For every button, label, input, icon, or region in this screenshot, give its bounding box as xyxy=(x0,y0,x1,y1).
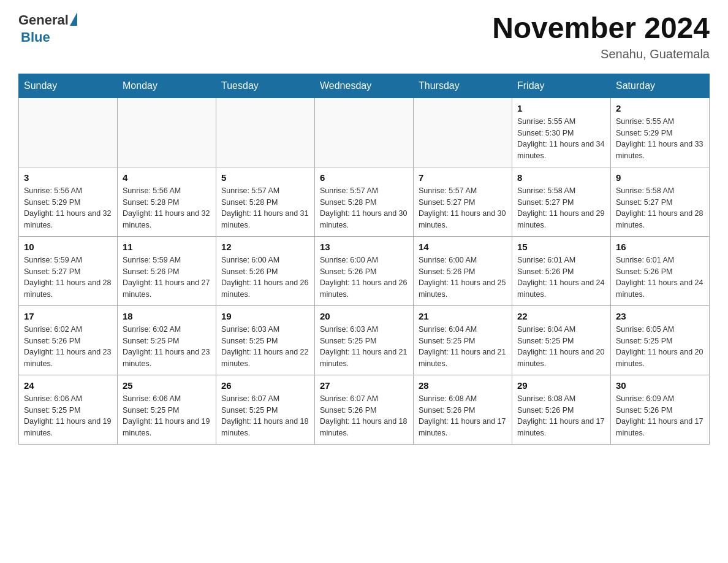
title-area: November 2024 Senahu, Guatemala xyxy=(492,12,710,61)
day-info: Sunrise: 5:57 AMSunset: 5:28 PMDaylight:… xyxy=(320,185,408,231)
logo: General Blue xyxy=(18,12,77,45)
day-info: Sunrise: 6:01 AMSunset: 5:26 PMDaylight:… xyxy=(616,255,704,301)
calendar-cell xyxy=(118,98,216,167)
day-info: Sunrise: 6:03 AMSunset: 5:25 PMDaylight:… xyxy=(320,324,408,370)
day-info: Sunrise: 6:06 AMSunset: 5:25 PMDaylight:… xyxy=(24,393,112,439)
calendar-cell: 2Sunrise: 5:55 AMSunset: 5:29 PMDaylight… xyxy=(611,98,710,167)
calendar-cell: 9Sunrise: 5:58 AMSunset: 5:27 PMDaylight… xyxy=(611,167,710,236)
calendar-cell: 14Sunrise: 6:00 AMSunset: 5:26 PMDayligh… xyxy=(414,236,512,305)
day-number: 22 xyxy=(517,311,605,321)
calendar-cell xyxy=(216,98,315,167)
page-header: General Blue November 2024 Senahu, Guate… xyxy=(18,12,710,61)
day-number: 10 xyxy=(24,242,112,252)
day-number: 8 xyxy=(517,172,605,183)
day-number: 19 xyxy=(221,311,309,321)
day-number: 27 xyxy=(320,380,408,391)
day-number: 3 xyxy=(24,172,112,183)
header-friday: Friday xyxy=(512,74,611,98)
calendar-cell: 13Sunrise: 6:00 AMSunset: 5:26 PMDayligh… xyxy=(315,236,414,305)
day-number: 20 xyxy=(320,311,408,321)
day-info: Sunrise: 6:06 AMSunset: 5:25 PMDaylight:… xyxy=(123,393,211,439)
day-number: 29 xyxy=(517,380,605,391)
day-number: 11 xyxy=(123,242,211,252)
calendar-cell: 20Sunrise: 6:03 AMSunset: 5:25 PMDayligh… xyxy=(315,305,414,375)
calendar-cell: 1Sunrise: 5:55 AMSunset: 5:30 PMDaylight… xyxy=(512,98,611,167)
calendar-header-row: SundayMondayTuesdayWednesdayThursdayFrid… xyxy=(19,74,710,98)
calendar-cell: 11Sunrise: 5:59 AMSunset: 5:26 PMDayligh… xyxy=(118,236,216,305)
day-info: Sunrise: 6:04 AMSunset: 5:25 PMDaylight:… xyxy=(419,324,507,370)
calendar-cell: 23Sunrise: 6:05 AMSunset: 5:25 PMDayligh… xyxy=(611,305,710,375)
day-number: 25 xyxy=(123,380,211,391)
day-number: 30 xyxy=(616,380,704,391)
day-info: Sunrise: 6:05 AMSunset: 5:25 PMDaylight:… xyxy=(616,324,704,370)
day-number: 16 xyxy=(616,242,704,252)
day-number: 24 xyxy=(24,380,112,391)
calendar-cell: 26Sunrise: 6:07 AMSunset: 5:25 PMDayligh… xyxy=(216,375,315,444)
day-number: 9 xyxy=(616,172,704,183)
week-row-1: 1Sunrise: 5:55 AMSunset: 5:30 PMDaylight… xyxy=(19,98,710,167)
header-monday: Monday xyxy=(118,74,216,98)
calendar-cell: 5Sunrise: 5:57 AMSunset: 5:28 PMDaylight… xyxy=(216,167,315,236)
day-info: Sunrise: 5:57 AMSunset: 5:28 PMDaylight:… xyxy=(221,185,309,231)
header-wednesday: Wednesday xyxy=(315,74,414,98)
day-info: Sunrise: 5:56 AMSunset: 5:29 PMDaylight:… xyxy=(24,185,112,231)
day-info: Sunrise: 6:00 AMSunset: 5:26 PMDaylight:… xyxy=(221,255,309,301)
day-number: 13 xyxy=(320,242,408,252)
calendar-cell xyxy=(19,98,118,167)
day-info: Sunrise: 5:58 AMSunset: 5:27 PMDaylight:… xyxy=(517,185,605,231)
day-info: Sunrise: 6:07 AMSunset: 5:25 PMDaylight:… xyxy=(221,393,309,439)
day-info: Sunrise: 6:04 AMSunset: 5:25 PMDaylight:… xyxy=(517,324,605,370)
calendar-cell: 18Sunrise: 6:02 AMSunset: 5:25 PMDayligh… xyxy=(118,305,216,375)
calendar-cell: 30Sunrise: 6:09 AMSunset: 5:26 PMDayligh… xyxy=(611,375,710,444)
day-info: Sunrise: 6:09 AMSunset: 5:26 PMDaylight:… xyxy=(616,393,704,439)
day-info: Sunrise: 5:59 AMSunset: 5:27 PMDaylight:… xyxy=(24,255,112,301)
week-row-4: 17Sunrise: 6:02 AMSunset: 5:26 PMDayligh… xyxy=(19,305,710,375)
day-number: 14 xyxy=(419,242,507,252)
day-number: 21 xyxy=(419,311,507,321)
month-title: November 2024 xyxy=(492,12,710,45)
header-sunday: Sunday xyxy=(19,74,118,98)
calendar-cell: 10Sunrise: 5:59 AMSunset: 5:27 PMDayligh… xyxy=(19,236,118,305)
day-number: 4 xyxy=(123,172,211,183)
day-info: Sunrise: 6:08 AMSunset: 5:26 PMDaylight:… xyxy=(419,393,507,439)
calendar-cell: 22Sunrise: 6:04 AMSunset: 5:25 PMDayligh… xyxy=(512,305,611,375)
day-info: Sunrise: 6:08 AMSunset: 5:26 PMDaylight:… xyxy=(517,393,605,439)
day-number: 2 xyxy=(616,103,704,113)
calendar-cell: 15Sunrise: 6:01 AMSunset: 5:26 PMDayligh… xyxy=(512,236,611,305)
week-row-5: 24Sunrise: 6:06 AMSunset: 5:25 PMDayligh… xyxy=(19,375,710,444)
day-info: Sunrise: 5:58 AMSunset: 5:27 PMDaylight:… xyxy=(616,185,704,231)
calendar-cell xyxy=(414,98,512,167)
day-info: Sunrise: 6:02 AMSunset: 5:25 PMDaylight:… xyxy=(123,324,211,370)
calendar-table: SundayMondayTuesdayWednesdayThursdayFrid… xyxy=(18,74,710,445)
calendar-cell: 27Sunrise: 6:07 AMSunset: 5:26 PMDayligh… xyxy=(315,375,414,444)
calendar-cell: 28Sunrise: 6:08 AMSunset: 5:26 PMDayligh… xyxy=(414,375,512,444)
logo-text-blue: Blue xyxy=(21,29,50,45)
day-info: Sunrise: 6:01 AMSunset: 5:26 PMDaylight:… xyxy=(517,255,605,301)
week-row-3: 10Sunrise: 5:59 AMSunset: 5:27 PMDayligh… xyxy=(19,236,710,305)
day-info: Sunrise: 6:02 AMSunset: 5:26 PMDaylight:… xyxy=(24,324,112,370)
day-number: 23 xyxy=(616,311,704,321)
calendar-cell: 19Sunrise: 6:03 AMSunset: 5:25 PMDayligh… xyxy=(216,305,315,375)
calendar-cell: 4Sunrise: 5:56 AMSunset: 5:28 PMDaylight… xyxy=(118,167,216,236)
calendar-cell: 21Sunrise: 6:04 AMSunset: 5:25 PMDayligh… xyxy=(414,305,512,375)
calendar-cell: 12Sunrise: 6:00 AMSunset: 5:26 PMDayligh… xyxy=(216,236,315,305)
day-info: Sunrise: 6:00 AMSunset: 5:26 PMDaylight:… xyxy=(320,255,408,301)
day-number: 5 xyxy=(221,172,309,183)
header-thursday: Thursday xyxy=(414,74,512,98)
day-info: Sunrise: 5:55 AMSunset: 5:29 PMDaylight:… xyxy=(616,116,704,162)
calendar-cell: 24Sunrise: 6:06 AMSunset: 5:25 PMDayligh… xyxy=(19,375,118,444)
day-number: 1 xyxy=(517,103,605,113)
day-number: 17 xyxy=(24,311,112,321)
calendar-cell: 6Sunrise: 5:57 AMSunset: 5:28 PMDaylight… xyxy=(315,167,414,236)
calendar-cell: 17Sunrise: 6:02 AMSunset: 5:26 PMDayligh… xyxy=(19,305,118,375)
day-number: 28 xyxy=(419,380,507,391)
day-info: Sunrise: 6:07 AMSunset: 5:26 PMDaylight:… xyxy=(320,393,408,439)
day-number: 18 xyxy=(123,311,211,321)
day-info: Sunrise: 5:57 AMSunset: 5:27 PMDaylight:… xyxy=(419,185,507,231)
calendar-cell: 7Sunrise: 5:57 AMSunset: 5:27 PMDaylight… xyxy=(414,167,512,236)
header-saturday: Saturday xyxy=(611,74,710,98)
day-info: Sunrise: 5:56 AMSunset: 5:28 PMDaylight:… xyxy=(123,185,211,231)
day-info: Sunrise: 5:55 AMSunset: 5:30 PMDaylight:… xyxy=(517,116,605,162)
day-number: 26 xyxy=(221,380,309,391)
day-info: Sunrise: 5:59 AMSunset: 5:26 PMDaylight:… xyxy=(123,255,211,301)
